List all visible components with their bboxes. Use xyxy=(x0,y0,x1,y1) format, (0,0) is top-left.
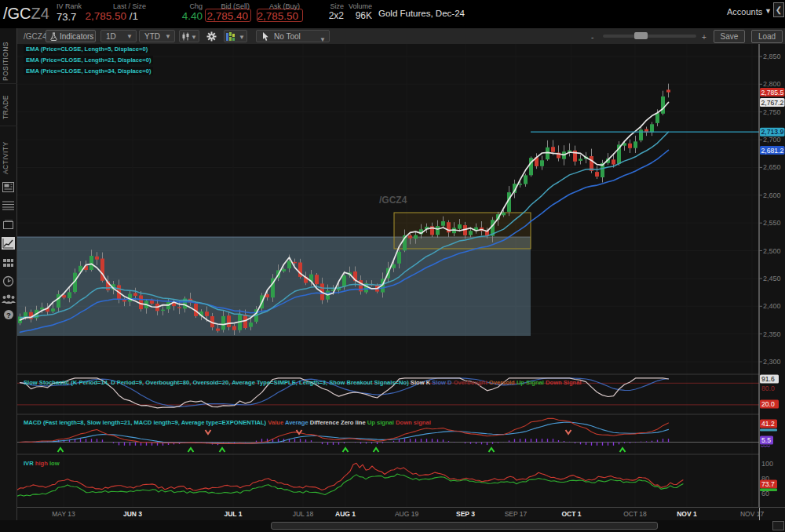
svg-text:2,550: 2,550 xyxy=(763,219,781,227)
svg-text:5.5: 5.5 xyxy=(761,436,771,444)
svg-text:2,450: 2,450 xyxy=(763,275,781,282)
svg-text:73.7: 73.7 xyxy=(761,480,775,488)
svg-text:80.0: 80.0 xyxy=(761,384,775,392)
svg-text:2,650: 2,650 xyxy=(763,163,781,171)
svg-text:2,300: 2,300 xyxy=(763,358,781,366)
svg-text:MACD (Fast length=8, Slow leng: MACD (Fast length=8, Slow length=21, MAC… xyxy=(24,419,431,426)
svg-text:?: ? xyxy=(6,311,11,319)
svg-text:2,713.9: 2,713.9 xyxy=(761,128,784,136)
svg-text:Slow Stochastic (K Period=14,: Slow Stochastic (K Period=14, D Period=9… xyxy=(24,379,582,386)
svg-text:2,800: 2,800 xyxy=(763,80,781,88)
svg-text:2,767.2: 2,767.2 xyxy=(761,99,784,107)
svg-text:2,785.5: 2,785.5 xyxy=(761,89,784,97)
svg-text:2,350: 2,350 xyxy=(763,330,781,338)
svg-text:2,681.2: 2,681.2 xyxy=(761,147,784,155)
svg-text:2,750: 2,750 xyxy=(763,108,781,116)
svg-text:2,600: 2,600 xyxy=(763,191,781,199)
svg-text:2,700: 2,700 xyxy=(763,136,781,144)
svg-text:IVR high low: IVR high low xyxy=(24,460,60,467)
svg-text:91.6: 91.6 xyxy=(761,375,775,383)
svg-text:2,500: 2,500 xyxy=(763,247,781,255)
svg-text:/GCZ4: /GCZ4 xyxy=(379,195,407,206)
svg-text:2,400: 2,400 xyxy=(763,302,781,310)
svg-text:20.0: 20.0 xyxy=(761,400,775,408)
svg-text:60: 60 xyxy=(761,490,769,497)
svg-text:100: 100 xyxy=(761,460,773,468)
svg-text:41.2: 41.2 xyxy=(761,420,775,428)
svg-text:2,850: 2,850 xyxy=(763,53,781,60)
